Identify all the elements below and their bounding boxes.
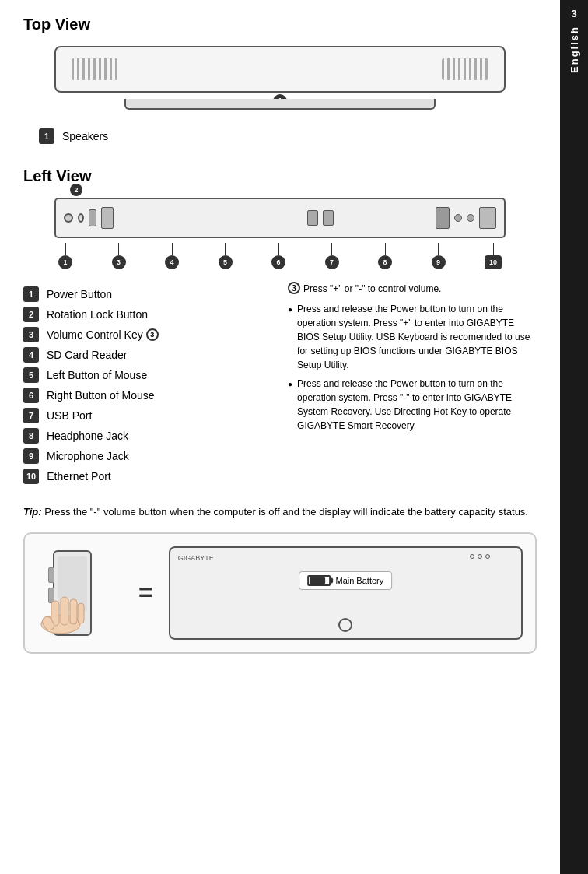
port-mouse-r — [323, 210, 334, 226]
device-top-body: 1 — [54, 46, 506, 93]
num3: 3 — [112, 255, 126, 269]
port-mic — [467, 214, 474, 222]
legend-badge-1: 1 — [39, 128, 54, 144]
left-view-diagram: 2 1 3 4 5 — [54, 198, 506, 269]
legend-item-1: 1 Power Button — [23, 286, 272, 302]
num1: 1 — [58, 255, 72, 269]
diag-label-2: 2 — [70, 184, 82, 196]
left-view-section: Left View 2 — [23, 167, 537, 489]
label-5: Left Button of Mouse — [47, 369, 147, 381]
badge-4: 4 — [23, 347, 39, 363]
battery-label: Main Battery — [335, 576, 383, 585]
legend-item-3: 3 Volume Control Key 3 — [23, 327, 272, 342]
legend-item-6: 6 Right Button of Mouse — [23, 388, 272, 403]
diag-5: 5 — [219, 243, 233, 269]
diagram-numbers-row: 1 3 4 5 6 — [54, 238, 506, 269]
top-view-title: Top View — [23, 16, 537, 33]
camera-dot-1 — [470, 554, 474, 559]
legend-item-9: 9 Microphone Jack — [23, 448, 272, 464]
num4: 4 — [165, 255, 179, 269]
legend-two-col: 1 Power Button 2 Rotation Lock Button 3 … — [23, 282, 537, 489]
line — [331, 243, 332, 255]
line — [172, 243, 173, 255]
svg-rect-2 — [61, 597, 68, 625]
legend-item-5: 5 Left Button of Mouse — [23, 367, 272, 383]
device-left-body: 2 — [54, 198, 506, 238]
tablet-home-button — [338, 618, 352, 632]
label-6: Right Button of Mouse — [47, 389, 155, 402]
line — [278, 243, 279, 255]
tablet-screen: GIGABYTE Main Battery — [169, 546, 523, 640]
port-power — [64, 213, 73, 223]
main-content: Top View 1 1 Speakers Left View — [0, 0, 560, 669]
label-4: SD Card Reader — [47, 349, 128, 361]
note-bullet-2-text: Press and release the Power button to tu… — [297, 377, 537, 433]
camera-dot-2 — [478, 554, 482, 559]
volume-btn-top — [48, 567, 54, 583]
diag-10: 10 — [485, 243, 502, 269]
label-3: Volume Control Key — [47, 328, 143, 341]
port-usb — [436, 207, 450, 229]
battery-fill — [310, 577, 324, 584]
note-bullet-2: Press and release the Power button to tu… — [288, 377, 537, 433]
badge-9: 9 — [23, 448, 39, 464]
diag-1: 1 — [58, 243, 72, 269]
tablet-camera — [470, 554, 490, 559]
diag-7: 7 — [325, 243, 339, 269]
tablet-brand: GIGABYTE — [178, 554, 214, 562]
port-ethernet — [479, 207, 496, 229]
diag-8: 8 — [378, 243, 392, 269]
label-10: Ethernet Port — [47, 470, 111, 483]
speaker-grid-right — [442, 58, 488, 80]
top-view-diagram: 1 — [54, 46, 506, 110]
camera-dot-3 — [485, 554, 490, 559]
note-circle-desc: Press "+" or "-" to control volume. — [303, 282, 441, 296]
line — [118, 243, 119, 255]
svg-rect-4 — [78, 603, 84, 623]
diag-9: 9 — [432, 243, 446, 269]
tip-section: Tip: Press the "-" volume button when th… — [23, 504, 537, 520]
label-1: Power Button — [47, 288, 112, 300]
badge-6: 6 — [23, 388, 39, 403]
diag-4: 4 — [165, 243, 179, 269]
line — [493, 243, 494, 255]
badge-5: 5 — [23, 367, 39, 383]
page-number: 3 — [571, 8, 576, 19]
badge-2: 2 — [23, 307, 39, 322]
legend-item-4: 4 SD Card Reader — [23, 347, 272, 363]
note-header: 3 Press "+" or "-" to control volume. — [288, 282, 537, 296]
svg-rect-3 — [70, 599, 77, 624]
legend-item-8: 8 Headphone Jack — [23, 428, 272, 444]
side-tab: 3 English — [560, 0, 588, 874]
legend-label-speakers: Speakers — [62, 130, 108, 142]
label-8: Headphone Jack — [47, 430, 128, 442]
left-view-title: Left View — [23, 167, 537, 185]
legend-item-2: 2 Rotation Lock Button — [23, 307, 272, 322]
speaker-grid-left — [72, 58, 118, 80]
tip-text: Press the "-" volume button when the com… — [44, 506, 528, 518]
line — [385, 243, 386, 255]
line — [65, 243, 66, 255]
num10: 10 — [485, 255, 502, 269]
tablet-battery-bar: Main Battery — [299, 571, 392, 590]
language-label: English — [569, 26, 580, 73]
badge-3: 3 — [23, 327, 39, 342]
num6: 6 — [271, 255, 285, 269]
device-left-img — [37, 546, 123, 640]
port-volume — [89, 209, 96, 226]
port-headphone — [454, 214, 462, 222]
label-9: Microphone Jack — [47, 450, 129, 462]
badge-1: 1 — [23, 286, 39, 302]
battery-icon — [307, 575, 331, 586]
tip-label: Tip: — [23, 506, 42, 518]
circle-ref-3: 3 — [146, 328, 159, 341]
port-mouse-l — [307, 210, 318, 226]
top-view-legend: 1 Speakers — [39, 128, 537, 144]
line — [438, 243, 439, 255]
equals-sign: = — [138, 578, 153, 607]
device-bottom-bar — [124, 99, 436, 110]
line — [225, 243, 226, 255]
diag-6: 6 — [271, 243, 285, 269]
hand-svg — [37, 589, 100, 636]
num7: 7 — [325, 255, 339, 269]
